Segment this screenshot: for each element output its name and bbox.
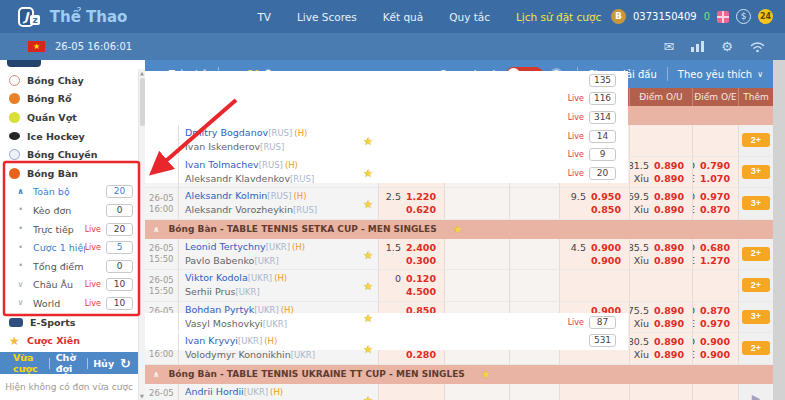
odds-hiep-ou[interactable] (444, 384, 509, 400)
odds-diem-oe[interactable]: O0.680E1.270 (692, 239, 738, 270)
more-markets-button[interactable]: 3+ (742, 196, 770, 210)
favorite-star-icon[interactable]: ★ (363, 393, 373, 400)
chevron-up-icon[interactable]: ∧ (153, 370, 160, 379)
sidebar-item-keo-don[interactable]: •Kèo đơn0 (0, 201, 145, 220)
odds-line[interactable]: Xỉu0.890 (630, 172, 692, 185)
nav-rules[interactable]: Quy tắc (449, 11, 490, 23)
gear-icon[interactable]: ⚙ (721, 40, 733, 53)
odds-diem-ou[interactable]: 80.50.890Xỉu0.890 (629, 333, 692, 364)
stats-bars-icon[interactable] (691, 41, 704, 52)
odds-diem-hdp[interactable]: 9.50.9500.850 (559, 188, 629, 219)
odds-line[interactable]: 00.120 (379, 272, 444, 285)
more-markets-button[interactable]: 2+ (742, 278, 770, 292)
mail-icon[interactable]: ✉ (663, 40, 674, 53)
odds-diem-oe[interactable] (692, 270, 738, 301)
odds-hiep-ml[interactable] (509, 270, 559, 301)
sidebar-item-world[interactable]: ∨WorldLive10 (0, 294, 145, 313)
more-markets-button[interactable]: 2+ (742, 247, 770, 261)
odds-line[interactable]: O0.790 (693, 159, 738, 172)
tab-cancelled[interactable]: Hủy (87, 358, 120, 369)
sidebar-item-cuoc-1-hiep[interactable]: •Cược 1 hiệpLive5 (0, 238, 145, 257)
sidebar-item-bong-ro[interactable]: Bóng RổLive116 (0, 90, 628, 109)
odds-line[interactable]: 0.850 (560, 203, 629, 216)
odds-line[interactable]: 0.300 (379, 254, 444, 267)
odds-line[interactable]: Xỉu0.890 (630, 317, 692, 330)
more-markets-button[interactable]: 3+ (742, 165, 770, 179)
brand-logo[interactable]: J z Thể Thao (18, 7, 127, 27)
sidebar-item-truc-tiep[interactable]: •Trực tiếpLive20 (0, 220, 145, 239)
gift-icon[interactable] (717, 11, 729, 23)
odds-line[interactable]: E0.970 (693, 317, 738, 330)
favorites-button[interactable]: Theo yêu thích (678, 69, 752, 80)
odds-diem-ou[interactable]: 69.50.890Xỉu0.890 (629, 188, 692, 219)
odds-hiep-ml[interactable] (509, 188, 559, 219)
odds-line[interactable]: 85.50.890 (630, 241, 692, 254)
odds-line[interactable]: 0.280 (379, 348, 444, 361)
odds-hiep-ou[interactable] (444, 239, 509, 270)
nav-bet-history[interactable]: Lịch sử đặt cược (516, 11, 601, 23)
odds-hiep-hdp[interactable]: 00.1204.500 (378, 270, 444, 301)
odds-line[interactable]: E1.070 (693, 172, 738, 185)
favorite-star-icon[interactable]: ★ (363, 248, 373, 261)
odds-line[interactable]: E1.270 (693, 254, 738, 267)
favorite-star-icon[interactable]: ★ (363, 343, 373, 356)
tab-pending[interactable]: Chờ đợi (50, 352, 87, 374)
dollar-coin-icon[interactable]: $ (736, 9, 751, 24)
odds-line[interactable]: 69.50.890 (630, 190, 692, 203)
play-icon[interactable]: ▶ (752, 392, 760, 400)
sidebar-scrollbar[interactable]: ▲ ▼ (138, 69, 145, 400)
more-markets-button[interactable]: 2+ (742, 341, 770, 355)
scroll-down-icon[interactable]: ▼ (139, 393, 145, 399)
odds-line[interactable]: E0.900 (693, 348, 738, 361)
odds-diem-hdp[interactable] (559, 384, 629, 400)
odds-line[interactable]: 81.50.890 (630, 159, 692, 172)
odds-hiep-hdp[interactable] (378, 384, 444, 400)
nav-results[interactable]: Kết quả (383, 11, 424, 23)
scrollbar-thumb[interactable] (140, 78, 145, 126)
odds-line[interactable]: Xỉu0.890 (630, 348, 692, 361)
nav-tv[interactable]: TV (257, 11, 271, 23)
odds-diem-ou[interactable]: 85.50.890Xỉu0.890 (629, 239, 692, 270)
odds-diem-hdp[interactable]: 4.50.9000.900 (559, 239, 629, 270)
sidebar-item-quan-vot[interactable]: Quần VợtLive314 (0, 108, 628, 127)
odds-line[interactable]: E0.870 (693, 203, 738, 216)
nav-live-scores[interactable]: Live Scores (297, 11, 357, 23)
more-markets-button[interactable]: 2+ (742, 133, 770, 147)
odds-line[interactable]: O0.870 (693, 304, 738, 317)
wifi-icon[interactable] (750, 41, 765, 53)
odds-line[interactable]: 4.500 (379, 285, 444, 298)
odds-diem-oe[interactable]: O0.970E0.870 (692, 188, 738, 219)
odds-diem-oe[interactable]: O0.790E1.070 (692, 157, 738, 188)
odds-diem-oe[interactable] (692, 125, 738, 156)
favorite-star-icon[interactable]: ★ (363, 311, 373, 324)
odds-diem-ou[interactable] (629, 270, 692, 301)
favorite-star-icon[interactable]: ★ (481, 368, 491, 381)
tab-just-bet[interactable]: Vừa cược (7, 352, 49, 374)
odds-line[interactable]: 2.51.220 (379, 190, 444, 203)
odds-line[interactable]: 75.50.890 (630, 304, 692, 317)
odds-line[interactable]: Xỉu0.890 (630, 203, 692, 216)
odds-diem-hdp[interactable] (559, 270, 629, 301)
odds-line[interactable]: 0.900 (560, 254, 629, 267)
odds-line[interactable]: O0.680 (693, 241, 738, 254)
odds-hiep-ml[interactable] (509, 239, 559, 270)
favorite-star-icon[interactable]: ★ (363, 198, 373, 211)
sidebar-item-toan-bo[interactable]: ∧Toàn bộ20 (0, 183, 145, 202)
refresh-icon[interactable]: ↻ (120, 356, 131, 371)
odds-hiep-ou[interactable] (444, 270, 509, 301)
odds-diem-ou[interactable]: 75.50.890Xỉu0.890 (629, 302, 692, 333)
odds-line[interactable]: 9.50.950 (560, 190, 629, 203)
odds-hiep-ou[interactable] (444, 188, 509, 219)
chevron-up-icon[interactable]: ∧ (153, 225, 160, 234)
favorite-star-icon[interactable]: ★ (363, 280, 373, 293)
odds-line[interactable]: 4.50.900 (560, 241, 629, 254)
league-header[interactable]: ∧Bóng Bàn - TABLE TENNIS SETKA CUP - MEN… (145, 220, 773, 239)
odds-line[interactable]: O0.900 (693, 335, 738, 348)
odds-line[interactable]: O0.970 (693, 190, 738, 203)
sidebar-item-chau-au[interactable]: ∨Châu ÂuLive10 (0, 276, 145, 295)
odds-line[interactable]: Xỉu0.890 (630, 254, 692, 267)
odds-diem-oe[interactable]: O0.870E0.970 (692, 302, 738, 333)
odds-hiep-ml[interactable] (509, 384, 559, 400)
chevron-down-icon[interactable]: ∨ (757, 70, 763, 79)
odds-hiep-hdp[interactable]: 2.51.2200.620 (378, 188, 444, 219)
